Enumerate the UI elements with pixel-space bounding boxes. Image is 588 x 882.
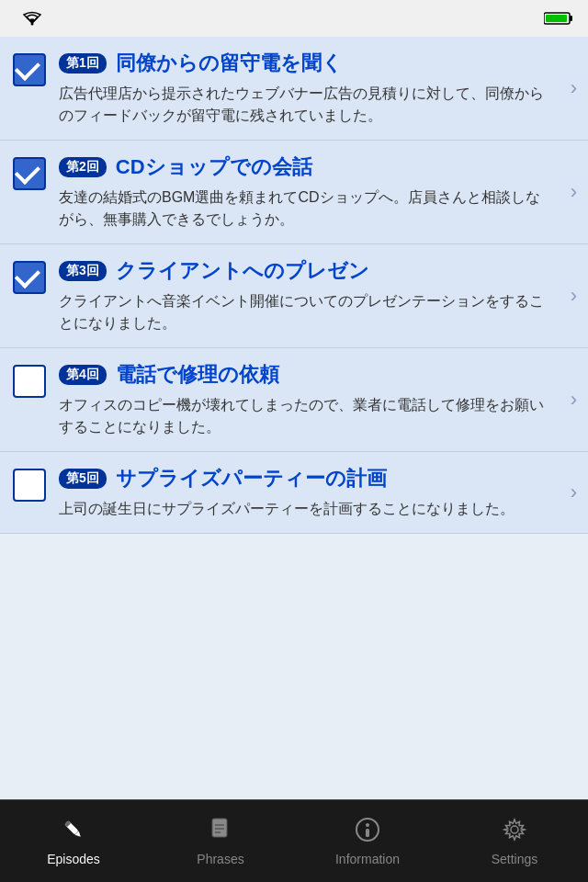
information-tab-icon	[355, 817, 380, 847]
episode-desc-1: 広告代理店から提示されたウェブバナー広告の見積りに対して、同僚からのフィードバッ…	[59, 83, 551, 127]
chevron-icon-3: ›	[571, 284, 577, 308]
main-content: 第1回 同僚からの留守電を聞く 広告代理店から提示されたウェブバナー広告の見積り…	[0, 37, 588, 799]
tab-information[interactable]: Information	[294, 800, 441, 882]
svg-point-14	[511, 826, 518, 833]
tab-settings[interactable]: Settings	[441, 800, 588, 882]
info-icon	[355, 817, 380, 842]
settings-tab-icon	[502, 817, 527, 847]
episode-header-2: 第2回 CDショップでの会話	[59, 153, 551, 181]
episodes-tab-label: Episodes	[47, 852, 100, 866]
episode-content-3: 第3回 クライアントへのプレゼン クライアントへ音楽イベント開催についてのプレゼ…	[59, 257, 551, 334]
episode-desc-5: 上司の誕生日にサプライズパーティーを計画することになりました。	[59, 498, 551, 520]
episode-title-5: サプライズパーティーの計画	[116, 465, 387, 492]
episode-title-1: 同僚からの留守電を聞く	[116, 50, 343, 77]
status-right	[544, 11, 573, 26]
chevron-icon-1: ›	[571, 76, 577, 100]
chevron-icon-5: ›	[571, 481, 577, 504]
episode-badge-3: 第3回	[59, 261, 107, 281]
gear-icon	[502, 817, 527, 842]
svg-rect-13	[366, 829, 369, 837]
episode-item-1[interactable]: 第1回 同僚からの留守電を聞く 広告代理店から提示されたウェブバナー広告の見積り…	[0, 37, 588, 141]
svg-rect-2	[570, 16, 572, 21]
svg-rect-7	[212, 819, 227, 837]
episode-badge-4: 第4回	[59, 365, 107, 385]
status-bar	[0, 0, 588, 37]
phrases-tab-label: Phrases	[197, 852, 243, 866]
svg-point-12	[366, 823, 369, 827]
svg-point-0	[31, 23, 34, 26]
episode-content-1: 第1回 同僚からの留守電を聞く 広告代理店から提示されたウェブバナー広告の見積り…	[59, 50, 551, 127]
episode-title-4: 電話で修理の依頼	[116, 361, 279, 389]
episode-header-1: 第1回 同僚からの留守電を聞く	[59, 50, 551, 77]
episode-item-3[interactable]: 第3回 クライアントへのプレゼン クライアントへ音楽イベント開催についてのプレゼ…	[0, 244, 588, 348]
episode-badge-1: 第1回	[59, 53, 107, 74]
episode-desc-4: オフィスのコピー機が壊れてしまったので、業者に電話して修理をお願いすることになり…	[59, 394, 551, 438]
tab-phrases[interactable]: Phrases	[147, 800, 294, 882]
episode-desc-3: クライアントへ音楽イベント開催についてのプレゼンテーションをすることになりました…	[59, 290, 551, 334]
episode-list: 第1回 同僚からの留守電を聞く 広告代理店から提示されたウェブバナー広告の見積り…	[0, 37, 588, 534]
episode-badge-5: 第5回	[59, 469, 107, 489]
episode-checkbox-4[interactable]	[13, 365, 46, 398]
pencil-icon	[61, 817, 86, 842]
episode-desc-2: 友達の結婚式のBGM選曲を頼まれてCDショップへ。店員さんと相談しながら、無事購…	[59, 187, 551, 231]
chevron-icon-4: ›	[571, 388, 577, 412]
episode-header-4: 第4回 電話で修理の依頼	[59, 361, 551, 389]
episodes-tab-icon	[61, 817, 86, 847]
phrases-tab-icon	[208, 817, 233, 847]
episode-item-2[interactable]: 第2回 CDショップでの会話 友達の結婚式のBGM選曲を頼まれてCDショップへ。…	[0, 141, 588, 244]
episode-item-4[interactable]: 第4回 電話で修理の依頼 オフィスのコピー機が壊れてしまったので、業者に電話して…	[0, 348, 588, 452]
episode-header-3: 第3回 クライアントへのプレゼン	[59, 257, 551, 285]
tab-episodes[interactable]: Episodes	[0, 800, 147, 882]
status-left	[15, 11, 42, 26]
episode-content-5: 第5回 サプライズパーティーの計画 上司の誕生日にサプライズパーティーを計画する…	[59, 465, 551, 520]
episode-title-2: CDショップでの会話	[116, 153, 312, 181]
settings-tab-label: Settings	[492, 852, 538, 866]
episode-checkbox-2[interactable]	[13, 157, 46, 190]
svg-rect-3	[546, 15, 567, 22]
episode-badge-2: 第2回	[59, 157, 107, 177]
doc-icon	[208, 817, 233, 842]
episode-checkbox-5[interactable]	[13, 469, 46, 502]
episode-checkbox-1[interactable]	[13, 53, 46, 86]
information-tab-label: Information	[335, 852, 400, 866]
chevron-icon-2: ›	[571, 180, 577, 204]
tab-bar: Episodes Phrases Information Settings	[0, 799, 588, 882]
wifi-icon	[22, 11, 42, 26]
episode-checkbox-3[interactable]	[13, 261, 46, 294]
episode-title-3: クライアントへのプレゼン	[116, 257, 369, 285]
episode-header-5: 第5回 サプライズパーティーの計画	[59, 465, 551, 492]
episode-item-5[interactable]: 第5回 サプライズパーティーの計画 上司の誕生日にサプライズパーティーを計画する…	[0, 452, 588, 534]
episode-content-4: 第4回 電話で修理の依頼 オフィスのコピー機が壊れてしまったので、業者に電話して…	[59, 361, 551, 438]
battery-icon	[544, 11, 573, 26]
episode-content-2: 第2回 CDショップでの会話 友達の結婚式のBGM選曲を頼まれてCDショップへ。…	[59, 153, 551, 231]
